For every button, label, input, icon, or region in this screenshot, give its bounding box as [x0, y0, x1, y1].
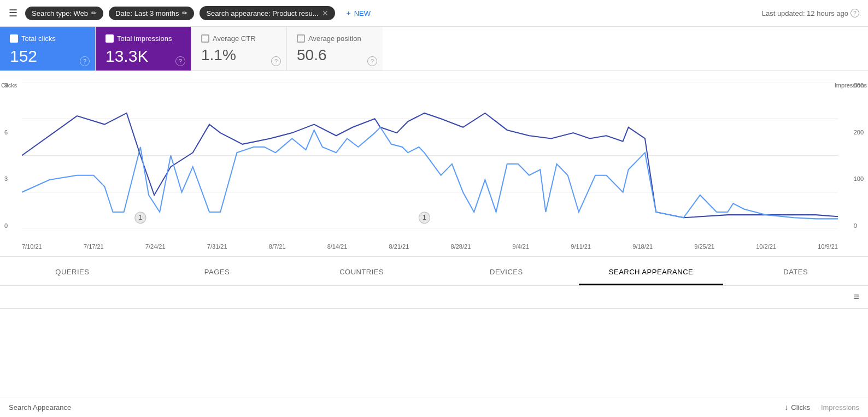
tab-bar: QUERIES PAGES COUNTRIES DEVICES SEARCH A… — [0, 257, 868, 286]
metric-value-ctr: 1.1% — [201, 47, 277, 64]
filter-chip-label: Date: Last 3 months — [115, 9, 179, 17]
filter-chip-date[interactable]: Date: Last 3 months ✏ — [109, 7, 194, 20]
chart-container: Clicks Impressions 9 6 3 0 300 200 100 0 — [0, 71, 868, 257]
tab-search-appearance[interactable]: SEARCH APPEARANCE — [579, 257, 724, 285]
checkbox-impressions[interactable] — [105, 34, 114, 43]
svg-text:1: 1 — [423, 214, 426, 221]
x-axis-labels: 7/10/21 7/17/21 7/24/21 7/31/21 8/7/21 8… — [22, 243, 838, 250]
tab-devices[interactable]: DEVICES — [434, 257, 579, 285]
metric-value-impressions: 13.3K — [105, 47, 181, 65]
tab-pages[interactable]: PAGES — [145, 257, 290, 285]
metric-card-impressions[interactable]: Total impressions 13.3K ? — [96, 27, 191, 71]
checkbox-clicks[interactable] — [10, 34, 18, 43]
filter-chip-appearance[interactable]: Search appearance: Product resu... ✕ — [200, 6, 335, 20]
help-icon-impressions[interactable]: ? — [175, 56, 185, 66]
filter-bar: ☰ Search type: Web ✏ Date: Last 3 months… — [0, 0, 868, 27]
metrics-row: Total clicks 152 ? Total impressions 13.… — [0, 27, 868, 71]
metric-card-ctr[interactable]: Average CTR 1.1% ? — [191, 27, 287, 71]
hamburger-icon[interactable]: ☰ — [9, 7, 17, 19]
metric-label-impressions: Total impressions — [105, 34, 181, 43]
metric-label-ctr: Average CTR — [201, 34, 277, 43]
metric-value-clicks: 152 — [10, 47, 85, 65]
y-axis-left-label: Clicks — [1, 82, 17, 89]
checkbox-ctr[interactable] — [201, 34, 209, 43]
chart-svg-area: 1 1 — [22, 82, 838, 229]
help-icon-position[interactable]: ? — [367, 56, 377, 66]
tab-countries[interactable]: COUNTRIES — [289, 257, 434, 285]
edit-icon: ✏ — [182, 9, 187, 17]
edit-icon: ✏ — [91, 9, 97, 17]
help-icon-ctr[interactable]: ? — [271, 56, 281, 66]
last-updated: Last updated: 12 hours ago ? — [762, 9, 859, 17]
y-axis-right: 300 200 100 0 — [854, 82, 864, 229]
filter-chip-search-type[interactable]: Search type: Web ✏ — [25, 7, 103, 20]
y-axis-left: 9 6 3 0 — [4, 82, 8, 229]
metric-value-position: 50.6 — [297, 47, 373, 64]
new-filter-button[interactable]: ＋ NEW — [341, 5, 375, 21]
filter-icon-row: ≡ — [0, 286, 868, 309]
metric-card-clicks[interactable]: Total clicks 152 ? — [0, 27, 96, 71]
svg-text:1: 1 — [139, 214, 143, 221]
metric-label-clicks: Total clicks — [10, 34, 85, 43]
plus-icon: ＋ — [345, 8, 352, 18]
tab-dates[interactable]: DATES — [723, 257, 868, 285]
tab-queries[interactable]: QUERIES — [0, 257, 145, 285]
checkbox-position[interactable] — [297, 34, 305, 43]
close-icon[interactable]: ✕ — [322, 9, 329, 17]
metric-label-position: Average position — [297, 34, 373, 43]
filter-chip-label: Search type: Web — [32, 9, 88, 17]
metric-card-position[interactable]: Average position 50.6 ? — [287, 27, 383, 71]
help-icon-clicks[interactable]: ? — [80, 56, 90, 66]
info-icon[interactable]: ? — [851, 9, 859, 17]
filter-chip-label: Search appearance: Product resu... — [206, 9, 318, 17]
filter-icon[interactable]: ≡ — [853, 291, 859, 303]
